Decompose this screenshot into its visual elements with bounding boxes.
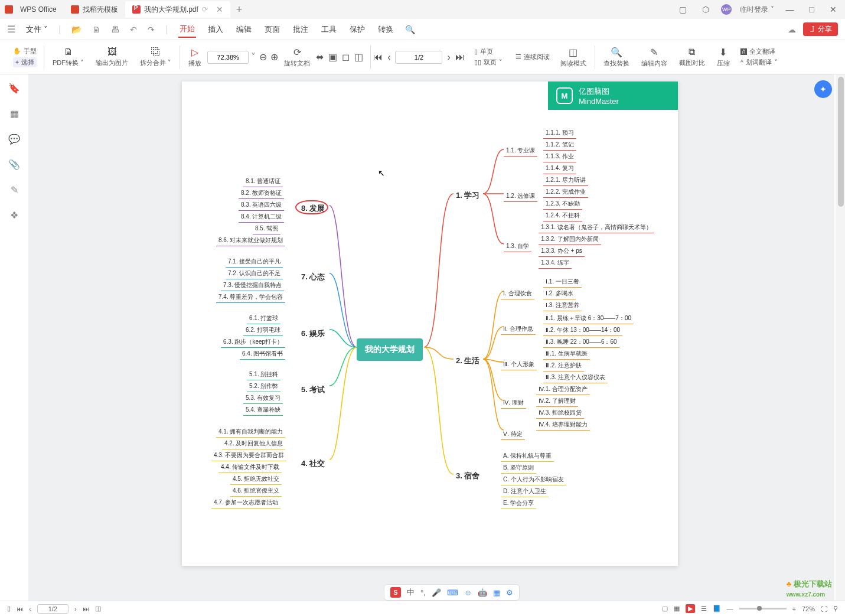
ime-toolbar[interactable]: S 中 °, 🎤 ⌨ ☺ 🤖 ▦ ⚙	[384, 584, 520, 601]
edit-content-button[interactable]: ✎编辑内容	[635, 47, 673, 68]
status-view1-icon[interactable]: ▢	[662, 605, 668, 612]
zoom-out-icon[interactable]: ⊖	[259, 51, 267, 63]
status-view4-icon[interactable]: 📘	[713, 605, 721, 612]
window-maximize[interactable]: □	[806, 5, 818, 14]
bookmark-icon[interactable]: 🔖	[8, 83, 20, 94]
actual-size-icon[interactable]: ◻	[342, 51, 350, 63]
redo-icon[interactable]: ↷	[148, 25, 155, 34]
window-close[interactable]: ✕	[826, 5, 840, 14]
full-translate-button[interactable]: 🅰 全文翻译	[740, 47, 778, 56]
comment-icon[interactable]: 💬	[8, 133, 20, 145]
tab-edit[interactable]: 编辑	[235, 22, 253, 37]
tab-wps-home[interactable]: WPS Office	[13, 1, 64, 18]
ime-mic-icon[interactable]: 🎤	[432, 588, 441, 597]
pencil-icon[interactable]: ✎	[11, 184, 18, 195]
tab-annotate[interactable]: 批注	[292, 22, 309, 37]
ime-keyboard-icon[interactable]: ⌨	[447, 588, 458, 597]
leaf: Ⅳ.3. 拒绝校园贷	[536, 408, 584, 419]
hand-tool[interactable]: ✋ 手型	[13, 47, 37, 56]
double-page-button[interactable]: ▯▯ 双页 ˅	[474, 58, 503, 67]
login-status[interactable]: 临时登录 ˅	[740, 5, 774, 15]
vertical-scrollbar[interactable]	[836, 74, 845, 601]
status-page-indicator[interactable]: 1/2	[37, 604, 68, 614]
continuous-read-button[interactable]: ☰ 连续阅读	[516, 53, 550, 61]
last-page-icon[interactable]: ⏭	[455, 52, 465, 63]
zoom-dropdown[interactable]: ˅	[251, 51, 256, 63]
cloud-icon[interactable]: ☁	[788, 25, 796, 34]
status-view2-icon[interactable]: ▦	[674, 605, 680, 612]
scrollbar-thumb[interactable]	[838, 77, 844, 207]
avatar[interactable]: WP	[721, 4, 732, 15]
attachment-icon[interactable]: 📎	[8, 159, 20, 170]
zoom-in-icon[interactable]: ⊕	[270, 51, 278, 63]
status-play-icon[interactable]: ▶	[686, 604, 695, 613]
save-icon[interactable]: 🗎	[92, 25, 100, 34]
status-next-page[interactable]: ›	[74, 605, 77, 612]
status-zoom-in[interactable]: +	[792, 605, 796, 612]
sidebar-toggle-icon[interactable]: ▯	[7, 605, 11, 612]
window-minimize[interactable]: —	[782, 5, 798, 14]
tab-start[interactable]: 开始	[178, 21, 196, 38]
thumbnail-icon[interactable]: ▦	[10, 108, 19, 119]
screenshot-compare-button[interactable]: ⧉截图对比	[673, 47, 711, 67]
fit-width-icon[interactable]: ⬌	[316, 51, 324, 63]
find-replace-button[interactable]: 🔍查找替换	[598, 47, 635, 68]
ime-gear-icon[interactable]: ⚙	[506, 588, 513, 597]
prev-page-icon[interactable]: ‹	[387, 52, 390, 63]
status-last-page[interactable]: ⏭	[83, 605, 89, 612]
ime-robot-icon[interactable]: 🤖	[478, 588, 487, 597]
layout-icon[interactable]: ▢	[676, 5, 690, 14]
ime-face-icon[interactable]: ☺	[464, 588, 472, 597]
play-button[interactable]: ▷播放	[182, 47, 207, 68]
rotate-button[interactable]: ⟳旋转文档	[278, 47, 316, 68]
leaf: 8.5. 驾照	[253, 223, 280, 234]
zoom-area-icon[interactable]: ◫	[354, 51, 363, 63]
tab-template[interactable]: 找稻壳模板	[64, 1, 125, 18]
close-tab-icon[interactable]: ✕	[216, 5, 223, 14]
ime-lang[interactable]: 中	[407, 587, 415, 598]
pin-icon[interactable]: ⟳	[202, 5, 208, 14]
status-fit-icon[interactable]: ⛶	[821, 605, 827, 612]
status-first-page[interactable]: ⏮	[17, 605, 23, 612]
zoom-input[interactable]	[207, 51, 249, 64]
status-book-icon[interactable]: ◫	[95, 605, 101, 612]
share-button[interactable]: ⮥ 分享	[803, 22, 838, 36]
fit-page-icon[interactable]: ▣	[328, 51, 337, 63]
pdf-convert-button[interactable]: 🗎PDF转换 ˅	[47, 47, 90, 67]
ime-punct-icon[interactable]: °,	[420, 588, 426, 597]
print-icon[interactable]: 🖶	[111, 25, 119, 34]
floating-assistant-icon[interactable]: ✦	[814, 80, 832, 98]
tab-page[interactable]: 页面	[263, 22, 281, 37]
open-icon[interactable]: 📂	[71, 25, 81, 34]
leaf: Ⅰ.3. 注意营养	[543, 300, 582, 311]
tab-tools[interactable]: 工具	[320, 22, 338, 37]
tab-convert[interactable]: 转换	[377, 22, 394, 37]
hamburger-icon[interactable]: ☰	[7, 24, 15, 35]
first-page-icon[interactable]: ⏮	[373, 52, 383, 63]
cube-icon[interactable]: ⬡	[699, 5, 713, 14]
file-menu[interactable]: 文件 ˅	[26, 24, 48, 35]
ime-grid-icon[interactable]: ▦	[493, 588, 500, 597]
status-zoom-out[interactable]: —	[727, 605, 733, 612]
select-tool[interactable]: ⌖ 选择	[13, 57, 37, 67]
word-translate-button[interactable]: ᴬ 划词翻译 ˅	[740, 58, 778, 67]
layers-icon[interactable]: ❖	[10, 210, 18, 221]
status-zoom-slider[interactable]	[739, 608, 787, 610]
status-prev-page[interactable]: ‹	[29, 605, 31, 612]
search-icon[interactable]: 🔍	[405, 25, 415, 34]
export-image-button[interactable]: 🖼输出为图片	[90, 47, 134, 67]
tab-protect[interactable]: 保护	[348, 22, 366, 37]
split-merge-button[interactable]: ⿻拆分合并 ˅	[134, 47, 177, 67]
compress-button[interactable]: ⬇压缩	[711, 47, 736, 68]
add-tab-button[interactable]: +	[230, 4, 249, 16]
status-more-icon[interactable]: ⚲	[833, 605, 838, 612]
tab-insert[interactable]: 插入	[207, 22, 224, 37]
tab-active-doc[interactable]: 我的大学规划.pdf⟳✕	[125, 1, 230, 18]
read-mode-button[interactable]: ◫阅读模式	[554, 47, 592, 68]
canvas-area[interactable]: M 亿图脑图MindMaster	[28, 74, 834, 601]
page-input[interactable]	[395, 51, 442, 64]
next-page-icon[interactable]: ›	[447, 52, 450, 63]
status-view3-icon[interactable]: ☰	[701, 605, 707, 612]
undo-icon[interactable]: ↶	[130, 25, 137, 34]
single-page-button[interactable]: ▯ 单页	[474, 47, 503, 56]
